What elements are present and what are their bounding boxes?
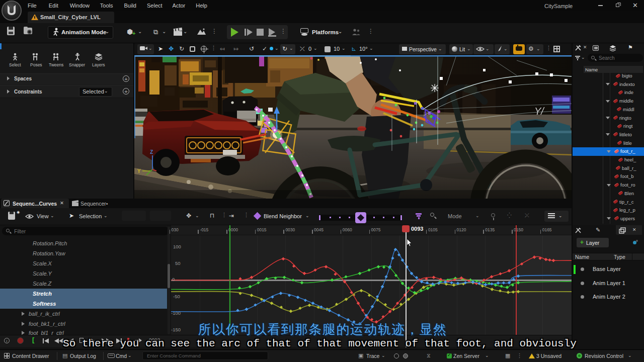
- svg-text:Y: Y: [137, 168, 141, 174]
- svg-text:Z: Z: [150, 149, 153, 155]
